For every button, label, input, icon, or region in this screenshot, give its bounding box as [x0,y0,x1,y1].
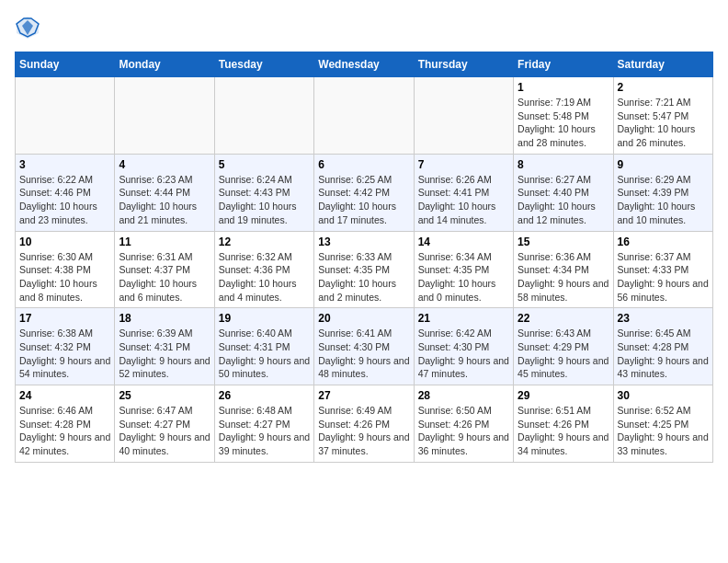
day-info: Sunrise: 6:43 AM Sunset: 4:29 PM Dayligh… [518,327,609,381]
calendar-cell: 11Sunrise: 6:31 AM Sunset: 4:37 PM Dayli… [115,231,214,308]
day-number: 7 [418,158,509,171]
weekday-header-monday: Monday [115,52,214,77]
calendar-header-row: SundayMondayTuesdayWednesdayThursdayFrid… [16,52,713,77]
calendar-week-3: 10Sunrise: 6:30 AM Sunset: 4:38 PM Dayli… [16,231,713,308]
day-info: Sunrise: 6:48 AM Sunset: 4:27 PM Dayligh… [219,404,310,458]
calendar-cell [214,77,313,155]
calendar-cell: 12Sunrise: 6:32 AM Sunset: 4:36 PM Dayli… [214,231,313,308]
day-number: 25 [119,389,210,402]
calendar-cell: 28Sunrise: 6:50 AM Sunset: 4:26 PM Dayli… [414,385,513,463]
calendar-cell: 30Sunrise: 6:52 AM Sunset: 4:25 PM Dayli… [613,385,712,463]
calendar-cell [16,77,115,155]
day-info: Sunrise: 6:26 AM Sunset: 4:41 PM Dayligh… [418,173,509,227]
day-info: Sunrise: 6:31 AM Sunset: 4:37 PM Dayligh… [119,250,210,304]
calendar-cell: 22Sunrise: 6:43 AM Sunset: 4:29 PM Dayli… [514,308,613,385]
day-number: 14 [418,236,509,248]
day-number: 30 [618,389,709,402]
calendar-cell: 17Sunrise: 6:38 AM Sunset: 4:32 PM Dayli… [16,308,115,385]
day-info: Sunrise: 6:47 AM Sunset: 4:27 PM Dayligh… [119,404,210,458]
weekday-header-saturday: Saturday [613,52,712,77]
calendar-cell: 21Sunrise: 6:42 AM Sunset: 4:30 PM Dayli… [414,308,513,385]
calendar-cell: 25Sunrise: 6:47 AM Sunset: 4:27 PM Dayli… [115,385,214,463]
calendar-cell: 16Sunrise: 6:37 AM Sunset: 4:33 PM Dayli… [613,231,712,308]
day-number: 28 [418,389,509,402]
calendar-cell [115,77,214,155]
weekday-header-sunday: Sunday [16,52,115,77]
day-number: 20 [318,312,409,325]
calendar-cell [314,77,414,155]
calendar-week-2: 3Sunrise: 6:22 AM Sunset: 4:46 PM Daylig… [16,154,713,231]
calendar-cell [414,77,513,155]
day-info: Sunrise: 6:41 AM Sunset: 4:30 PM Dayligh… [318,327,409,381]
day-info: Sunrise: 6:33 AM Sunset: 4:35 PM Dayligh… [318,250,409,304]
calendar-cell: 1Sunrise: 7:19 AM Sunset: 5:48 PM Daylig… [514,77,613,155]
calendar-cell: 18Sunrise: 6:39 AM Sunset: 4:31 PM Dayli… [115,308,214,385]
calendar-cell: 27Sunrise: 6:49 AM Sunset: 4:26 PM Dayli… [314,385,414,463]
calendar-week-1: 1Sunrise: 7:19 AM Sunset: 5:48 PM Daylig… [16,77,713,155]
day-number: 3 [19,158,110,171]
calendar-cell: 26Sunrise: 6:48 AM Sunset: 4:27 PM Dayli… [214,385,313,463]
day-info: Sunrise: 6:40 AM Sunset: 4:31 PM Dayligh… [219,327,310,381]
weekday-header-wednesday: Wednesday [314,52,414,77]
header [15,15,713,40]
calendar-cell: 7Sunrise: 6:26 AM Sunset: 4:41 PM Daylig… [414,154,513,231]
day-info: Sunrise: 6:52 AM Sunset: 4:25 PM Dayligh… [618,404,709,458]
day-number: 22 [518,312,609,325]
day-number: 9 [618,158,709,171]
day-info: Sunrise: 7:19 AM Sunset: 5:48 PM Dayligh… [518,96,609,150]
day-number: 18 [119,312,210,325]
day-number: 8 [518,158,609,171]
day-info: Sunrise: 7:21 AM Sunset: 5:47 PM Dayligh… [618,96,709,150]
day-number: 1 [518,81,609,94]
calendar-cell: 9Sunrise: 6:29 AM Sunset: 4:39 PM Daylig… [613,154,712,231]
day-number: 6 [318,158,409,171]
day-number: 15 [518,236,609,248]
calendar-cell: 14Sunrise: 6:34 AM Sunset: 4:35 PM Dayli… [414,231,513,308]
calendar-week-5: 24Sunrise: 6:46 AM Sunset: 4:28 PM Dayli… [16,385,713,463]
calendar-cell: 24Sunrise: 6:46 AM Sunset: 4:28 PM Dayli… [16,385,115,463]
day-info: Sunrise: 6:37 AM Sunset: 4:33 PM Dayligh… [618,250,709,304]
calendar-cell: 15Sunrise: 6:36 AM Sunset: 4:34 PM Dayli… [514,231,613,308]
day-number: 4 [119,158,210,171]
day-number: 11 [119,236,210,248]
logo [15,15,44,40]
day-info: Sunrise: 6:46 AM Sunset: 4:28 PM Dayligh… [19,404,110,458]
day-number: 16 [618,236,709,248]
day-info: Sunrise: 6:36 AM Sunset: 4:34 PM Dayligh… [518,250,609,304]
day-number: 21 [418,312,509,325]
day-info: Sunrise: 6:50 AM Sunset: 4:26 PM Dayligh… [418,404,509,458]
calendar-cell: 20Sunrise: 6:41 AM Sunset: 4:30 PM Dayli… [314,308,414,385]
day-info: Sunrise: 6:38 AM Sunset: 4:32 PM Dayligh… [19,327,110,381]
day-info: Sunrise: 6:32 AM Sunset: 4:36 PM Dayligh… [219,250,310,304]
calendar-cell: 13Sunrise: 6:33 AM Sunset: 4:35 PM Dayli… [314,231,414,308]
day-number: 5 [219,158,310,171]
day-info: Sunrise: 6:23 AM Sunset: 4:44 PM Dayligh… [119,173,210,227]
calendar-cell: 19Sunrise: 6:40 AM Sunset: 4:31 PM Dayli… [214,308,313,385]
day-number: 26 [219,389,310,402]
calendar-cell: 4Sunrise: 6:23 AM Sunset: 4:44 PM Daylig… [115,154,214,231]
day-number: 27 [318,389,409,402]
day-info: Sunrise: 6:30 AM Sunset: 4:38 PM Dayligh… [19,250,110,304]
day-number: 17 [19,312,110,325]
day-info: Sunrise: 6:49 AM Sunset: 4:26 PM Dayligh… [318,404,409,458]
day-info: Sunrise: 6:22 AM Sunset: 4:46 PM Dayligh… [19,173,110,227]
day-info: Sunrise: 6:51 AM Sunset: 4:26 PM Dayligh… [518,404,609,458]
weekday-header-thursday: Thursday [414,52,513,77]
day-number: 29 [518,389,609,402]
calendar-cell: 3Sunrise: 6:22 AM Sunset: 4:46 PM Daylig… [16,154,115,231]
day-info: Sunrise: 6:39 AM Sunset: 4:31 PM Dayligh… [119,327,210,381]
calendar-cell: 29Sunrise: 6:51 AM Sunset: 4:26 PM Dayli… [514,385,613,463]
day-info: Sunrise: 6:29 AM Sunset: 4:39 PM Dayligh… [618,173,709,227]
weekday-header-friday: Friday [514,52,613,77]
calendar-cell: 5Sunrise: 6:24 AM Sunset: 4:43 PM Daylig… [214,154,313,231]
calendar-cell: 10Sunrise: 6:30 AM Sunset: 4:38 PM Dayli… [16,231,115,308]
generalblue-logo-icon [15,15,40,40]
day-info: Sunrise: 6:34 AM Sunset: 4:35 PM Dayligh… [418,250,509,304]
day-info: Sunrise: 6:42 AM Sunset: 4:30 PM Dayligh… [418,327,509,381]
day-info: Sunrise: 6:27 AM Sunset: 4:40 PM Dayligh… [518,173,609,227]
day-number: 24 [19,389,110,402]
weekday-header-tuesday: Tuesday [214,52,313,77]
day-number: 19 [219,312,310,325]
day-number: 2 [618,81,709,94]
calendar-week-4: 17Sunrise: 6:38 AM Sunset: 4:32 PM Dayli… [16,308,713,385]
